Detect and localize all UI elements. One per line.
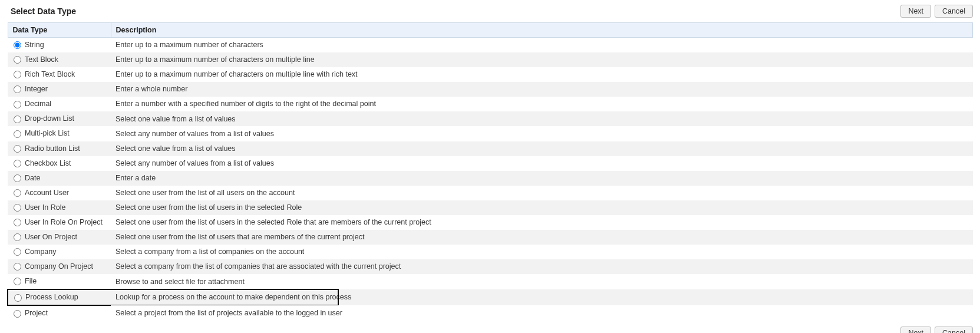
type-radio[interactable] (14, 278, 21, 285)
description-cell: Select a company from a list of companie… (111, 245, 973, 259)
table-row[interactable]: FileBrowse to and select file for attach… (8, 274, 973, 289)
description-cell: Select one user from the list of all use… (111, 186, 973, 200)
table-row[interactable]: Process LookupLookup for a process on th… (8, 289, 973, 305)
table-row[interactable]: User In Role On ProjectSelect one user f… (8, 215, 973, 230)
type-label: Text Block (25, 55, 58, 64)
type-cell[interactable]: File (8, 274, 111, 289)
description-text: Select one user from the list of users i… (116, 203, 302, 212)
table-row[interactable]: StringEnter up to a maximum number of ch… (8, 38, 973, 53)
type-radio[interactable] (14, 219, 21, 226)
type-radio[interactable] (14, 160, 21, 167)
type-radio[interactable] (14, 41, 21, 49)
table-row[interactable]: Checkbox ListSelect any number of values… (8, 156, 973, 171)
table-row[interactable]: User In RoleSelect one user from the lis… (8, 200, 973, 215)
type-cell[interactable]: Project (8, 305, 111, 321)
type-radio[interactable] (14, 130, 21, 138)
type-radio[interactable] (14, 145, 21, 153)
description-cell: Browse to and select file for attachment (111, 274, 973, 289)
type-radio[interactable] (14, 204, 21, 212)
type-radio[interactable] (14, 248, 21, 256)
description-text: Select any number of values from a list … (116, 159, 274, 167)
type-radio[interactable] (14, 233, 21, 241)
column-header-type: Data Type (8, 23, 111, 38)
next-button-top[interactable]: Next (900, 5, 931, 18)
type-cell[interactable]: String (8, 38, 111, 53)
table-row[interactable]: Company On ProjectSelect a company from … (8, 259, 973, 274)
description-text: Select one user from the list of all use… (116, 189, 295, 197)
type-radio[interactable] (14, 71, 21, 78)
description-text: Select a company from the list of compan… (116, 262, 401, 271)
type-radio[interactable] (14, 189, 21, 197)
type-cell[interactable]: Checkbox List (8, 156, 111, 171)
type-radio[interactable] (14, 101, 21, 108)
description-text: Select a company from a list of companie… (116, 248, 304, 256)
description-text: Select one value from a list of values (116, 115, 236, 123)
type-cell[interactable]: Company On Project (8, 259, 111, 274)
type-label: Project (25, 309, 48, 318)
type-cell[interactable]: Text Block (8, 52, 111, 67)
description-text: Select one user from the list of users t… (116, 233, 364, 241)
type-radio[interactable] (14, 263, 21, 271)
description-text: Select a project from the list of projec… (116, 309, 342, 317)
description-cell: Enter up to a maximum number of characte… (111, 38, 973, 53)
description-text: Enter a number with a specified number o… (116, 100, 376, 108)
type-cell[interactable]: Process Lookup (8, 289, 111, 305)
type-cell[interactable]: Account User (8, 186, 111, 200)
type-radio[interactable] (14, 116, 21, 123)
type-cell[interactable]: Radio button List (8, 141, 111, 156)
table-row[interactable]: CompanySelect a company from a list of c… (8, 245, 973, 259)
type-label: Company On Project (25, 263, 93, 271)
table-row[interactable]: User On ProjectSelect one user from the … (8, 230, 973, 245)
description-cell: Enter a number with a specified number o… (111, 97, 973, 111)
type-cell[interactable]: Rich Text Block (8, 67, 111, 82)
type-cell[interactable]: Drop-down List (8, 111, 111, 126)
type-cell[interactable]: Multi-pick List (8, 126, 111, 141)
cancel-button-bottom[interactable]: Cancel (935, 327, 973, 333)
table-row[interactable]: Radio button ListSelect one value from a… (8, 141, 973, 156)
type-label: Decimal (25, 100, 51, 108)
type-cell[interactable]: User On Project (8, 230, 111, 245)
top-bar: Select Data Type Next Cancel (7, 2, 973, 22)
table-row[interactable]: DateEnter a date (8, 171, 973, 186)
type-cell[interactable]: User In Role On Project (8, 215, 111, 230)
bottom-bar: Next Cancel (7, 321, 973, 333)
type-radio[interactable] (14, 294, 22, 302)
type-label: Company (25, 248, 57, 256)
description-cell: Lookup for a process on the account to m… (111, 289, 973, 305)
type-label: Integer (25, 85, 48, 94)
cancel-button-top[interactable]: Cancel (935, 5, 973, 18)
description-text: Enter a whole number (116, 85, 187, 93)
type-radio[interactable] (14, 174, 21, 182)
table-row[interactable]: Rich Text BlockEnter up to a maximum num… (8, 67, 973, 82)
description-text: Browse to and select file for attachment (116, 278, 245, 286)
type-label: Account User (25, 189, 69, 197)
type-cell[interactable]: Company (8, 245, 111, 259)
type-radio[interactable] (14, 56, 21, 64)
type-cell[interactable]: User In Role (8, 200, 111, 215)
table-row[interactable]: Account UserSelect one user from the lis… (8, 186, 973, 200)
type-radio[interactable] (14, 85, 21, 93)
next-button-bottom[interactable]: Next (900, 327, 931, 333)
description-cell: Enter a whole number (111, 82, 973, 97)
type-label: User In Role On Project (25, 218, 103, 226)
description-cell: Enter up to a maximum number of characte… (111, 52, 973, 67)
type-label: User On Project (25, 233, 77, 241)
table-row[interactable]: ProjectSelect a project from the list of… (8, 305, 973, 321)
type-cell[interactable]: Integer (8, 82, 111, 97)
table-row[interactable]: IntegerEnter a whole number (8, 82, 973, 97)
table-row[interactable]: Text BlockEnter up to a maximum number o… (8, 52, 973, 67)
description-cell: Select one user from the list of users i… (111, 200, 973, 215)
table-row[interactable]: Drop-down ListSelect one value from a li… (8, 111, 973, 126)
type-cell[interactable]: Date (8, 171, 111, 186)
table-row[interactable]: Multi-pick ListSelect any number of valu… (8, 126, 973, 141)
description-text: Select one value from a list of values (116, 144, 236, 153)
type-label: Date (25, 174, 40, 182)
type-cell[interactable]: Decimal (8, 97, 111, 111)
description-text: Select one user from the list of users i… (116, 218, 431, 226)
table-row[interactable]: DecimalEnter a number with a specified n… (8, 97, 973, 111)
type-label: File (25, 278, 37, 286)
type-radio[interactable] (14, 310, 21, 318)
description-cell: Select any number of values from a list … (111, 126, 973, 141)
description-cell: Select a company from the list of compan… (111, 259, 973, 274)
type-label: Rich Text Block (25, 70, 75, 78)
